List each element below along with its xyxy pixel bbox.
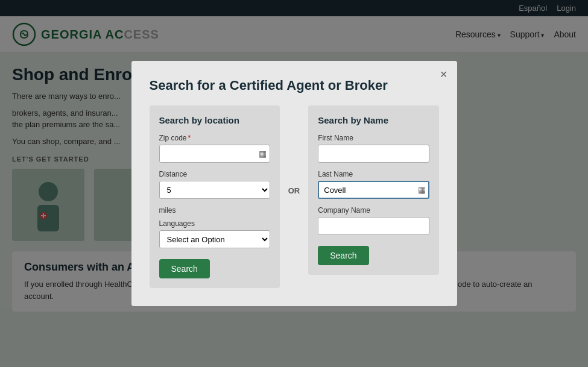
modal-overlay[interactable]: × Search for a Certified Agent or Broker… [0, 0, 588, 367]
distance-label: Distance [159, 170, 270, 178]
languages-group: Languages Select an Option [159, 219, 270, 248]
miles-label: miles [159, 206, 270, 215]
modal-body: Search by location Zip code* ▦ Distance … [150, 105, 439, 288]
modal-title: Search for a Certified Agent or Broker [150, 78, 439, 93]
search-by-location-panel: Search by location Zip code* ▦ Distance … [150, 105, 280, 288]
languages-label: Languages [159, 219, 270, 228]
zip-code-group: Zip code* ▦ [159, 134, 270, 163]
name-search-button[interactable]: Search [318, 246, 368, 265]
languages-select[interactable]: Select an Option [159, 230, 270, 248]
company-name-input[interactable] [318, 217, 429, 235]
distance-group: Distance 5 10 25 50 [159, 170, 270, 199]
location-panel-title: Search by location [159, 115, 270, 125]
first-name-input[interactable] [318, 145, 429, 163]
modal: × Search for a Certified Agent or Broker… [131, 61, 457, 306]
name-panel-title: Search by Name [318, 115, 429, 125]
search-by-name-panel: Search by Name First Name Last Name ▦ Co… [308, 105, 438, 275]
last-name-label: Last Name [318, 170, 429, 178]
modal-close-button[interactable]: × [440, 68, 447, 80]
company-name-group: Company Name [318, 206, 429, 235]
last-name-icon: ▦ [418, 185, 426, 195]
last-name-input-wrapper: ▦ [318, 181, 429, 199]
zip-input-wrapper: ▦ [159, 145, 270, 163]
first-name-group: First Name [318, 134, 429, 163]
zip-calendar-icon: ▦ [259, 149, 267, 158]
last-name-input[interactable] [318, 181, 429, 199]
zip-code-label: Zip code* [159, 134, 270, 142]
last-name-group: Last Name ▦ [318, 170, 429, 199]
zip-code-input[interactable] [159, 145, 270, 163]
distance-select[interactable]: 5 10 25 50 [159, 181, 270, 199]
location-search-button[interactable]: Search [159, 259, 210, 278]
required-star: * [188, 134, 191, 142]
first-name-label: First Name [318, 134, 429, 142]
company-name-label: Company Name [318, 206, 429, 215]
or-divider: OR [280, 186, 309, 195]
